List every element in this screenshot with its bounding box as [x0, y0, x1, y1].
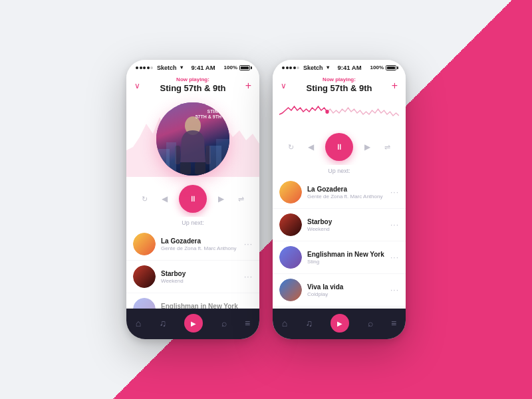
music-icon-right: ♫: [306, 318, 313, 329]
track-thumb-starboy-left: [133, 265, 156, 288]
prev-button-left[interactable]: ◀: [159, 192, 170, 206]
track-name-partial-left: Englishman in New York: [161, 303, 253, 309]
bottom-nav-right: ⌂ ♫ ▶ ⌕ ≡: [273, 309, 406, 339]
controls-section-right: ↻ ◀ ⏸ ▶ ⇌: [273, 130, 406, 165]
track-item-starboy-left[interactable]: Starboy Weekend ···: [126, 261, 259, 293]
app-header-left: ∨ Now playing: Sting 57th & 9th +: [126, 74, 259, 97]
nav-home-left[interactable]: ⌂: [136, 318, 141, 329]
nav-music-right[interactable]: ♫: [306, 318, 313, 329]
track-thumb-la-gozadera-left: [133, 233, 156, 255]
status-bar-left: Sketch ▾ 9:41 AM 100%: [126, 60, 259, 74]
track-item-starboy-right[interactable]: Starboy Weekend ···: [273, 209, 406, 241]
track-more-la-gozadera-right[interactable]: ···: [390, 188, 399, 197]
track-more-la-gozadera-left[interactable]: ···: [244, 239, 253, 249]
waveform-svg-right: [279, 101, 399, 128]
track-thumb-englishman-right: [279, 246, 302, 269]
svg-point-9: [325, 110, 329, 114]
track-name-starboy-left: Starboy: [161, 270, 244, 277]
home-icon-right: ⌂: [282, 318, 287, 329]
track-more-starboy-right[interactable]: ···: [390, 220, 399, 229]
track-list-right: La Gozadera Gente de Zona ft. Marc Antho…: [273, 176, 406, 309]
track-artist-starboy-right: Weekend: [307, 226, 390, 232]
album-art-section: STING57TH & 9TH: [126, 97, 259, 180]
wifi-icon-right: ▾: [327, 65, 329, 70]
now-playing-label-left: Now playing:: [134, 76, 251, 82]
track-item-viva-right[interactable]: Viva la vida Coldplay ···: [273, 274, 406, 307]
album-art-image: STING57TH & 9TH: [156, 102, 229, 176]
track-name-la-gozadera-right: La Gozadera: [307, 186, 390, 193]
battery-pct-left: 100%: [224, 65, 237, 70]
add-button-right[interactable]: +: [392, 80, 398, 92]
track-name-la-gozadera-left: La Gozadera: [161, 237, 244, 245]
svg-rect-6: [166, 142, 176, 176]
track-artist-viva-right: Coldplay: [307, 291, 390, 297]
time-right: 9:41 AM: [337, 64, 361, 71]
app-header-right: ∨ Now playing: Sting 57th & 9th +: [273, 74, 406, 97]
play-icon-right: ▶: [331, 314, 349, 332]
repeat-button-right[interactable]: ↻: [285, 140, 297, 154]
track-artist-la-gozadera-right: Gente de Zona ft. Marc Anthony: [307, 194, 390, 200]
waveform-section-right[interactable]: [273, 97, 406, 130]
svg-rect-8: [216, 139, 229, 176]
shuffle-button-left[interactable]: ⇌: [235, 192, 247, 206]
track-item-partial-left: Englishman in New York Sting: [126, 293, 259, 309]
play-icon-left: ▶: [184, 314, 203, 332]
phones-container: Sketch ▾ 9:41 AM 100% ∨ Now playing: Sti…: [126, 60, 406, 339]
track-more-viva-right[interactable]: ···: [390, 285, 399, 295]
track-item-la-gozadera-right[interactable]: La Gozadera Gente de Zona ft. Marc Antho…: [273, 176, 406, 209]
left-phone: Sketch ▾ 9:41 AM 100% ∨ Now playing: Sti…: [126, 60, 259, 339]
track-thumb-la-gozadera-right: [279, 181, 302, 203]
track-name-starboy-right: Starboy: [307, 218, 390, 225]
track-name-englishman-right: Englishman in New York: [307, 251, 390, 258]
track-more-englishman-right[interactable]: ···: [390, 253, 399, 262]
chevron-down-icon-right[interactable]: ∨: [281, 81, 287, 90]
pause-button-right[interactable]: ⏸: [325, 133, 353, 161]
controls-section-left: ↻ ◀ ⏸ ▶ ⇌: [126, 180, 259, 217]
track-artist-englishman-right: Sting: [307, 259, 390, 265]
pause-button-left[interactable]: ⏸: [179, 185, 207, 213]
nav-menu-left[interactable]: ≡: [245, 318, 250, 329]
track-more-starboy-left[interactable]: ···: [244, 272, 253, 281]
nav-play-left[interactable]: ▶: [184, 314, 203, 332]
nav-menu-right[interactable]: ≡: [391, 318, 396, 329]
svg-rect-4: [195, 162, 205, 174]
track-artist-starboy-left: Weekend: [161, 278, 244, 284]
nav-play-right[interactable]: ▶: [331, 314, 349, 332]
shuffle-button-right[interactable]: ⇌: [382, 140, 393, 154]
search-icon-left: ⌕: [221, 318, 227, 329]
next-button-left[interactable]: ▶: [215, 192, 227, 206]
nav-home-right[interactable]: ⌂: [282, 318, 287, 329]
now-playing-label-right: Now playing:: [281, 76, 398, 82]
bottom-nav-left: ⌂ ♫ ▶ ⌕ ≡: [126, 309, 259, 339]
home-icon-left: ⌂: [136, 318, 141, 329]
track-artist-la-gozadera-left: Gente de Zona ft. Marc Anthony: [161, 245, 244, 251]
up-next-label-left: Up next:: [126, 217, 259, 228]
nav-search-left[interactable]: ⌕: [221, 318, 227, 329]
up-next-label-right: Up next:: [273, 165, 406, 176]
track-name-viva-right: Viva la vida: [307, 283, 390, 291]
battery-pct-right: 100%: [370, 65, 384, 70]
time-left: 9:41 AM: [191, 64, 215, 71]
wifi-icon-left: ▾: [180, 65, 183, 70]
carrier-label-left: Sketch: [157, 65, 177, 71]
music-icon-left: ♫: [160, 318, 167, 329]
track-item-englishman-right[interactable]: Englishman in New York Sting ···: [273, 241, 406, 274]
album-art-circle: STING57TH & 9TH: [156, 102, 229, 176]
carrier-label-right: Sketch: [303, 65, 323, 71]
menu-icon-right: ≡: [391, 318, 396, 329]
nav-search-right[interactable]: ⌕: [368, 318, 373, 329]
prev-button-right[interactable]: ◀: [305, 140, 317, 154]
track-list-left: La Gozadera Gente de Zona ft. Marc Antho…: [126, 228, 259, 309]
add-button-left[interactable]: +: [245, 80, 251, 92]
chevron-down-icon-left[interactable]: ∨: [134, 81, 140, 90]
svg-rect-3: [180, 162, 191, 174]
battery-icon-left: [239, 65, 250, 70]
nav-music-left[interactable]: ♫: [160, 318, 167, 329]
search-icon-right: ⌕: [368, 318, 373, 329]
next-button-right[interactable]: ▶: [362, 140, 373, 154]
battery-icon-right: [386, 65, 396, 70]
track-item-la-gozadera-left[interactable]: La Gozadera Gente de Zona ft. Marc Antho…: [126, 228, 259, 261]
right-phone: Sketch ▾ 9:41 AM 100% ∨ Now playing: Sti…: [273, 60, 406, 339]
repeat-button-left[interactable]: ↻: [139, 192, 150, 206]
album-overlay-text: STING57TH & 9TH: [196, 109, 221, 119]
